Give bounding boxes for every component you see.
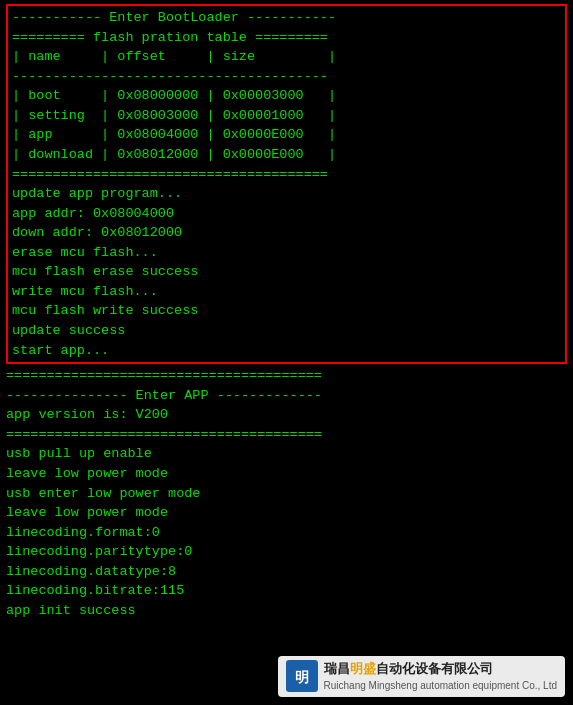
bootloader-line-9: ======================================= bbox=[12, 165, 561, 185]
app-line-4: linecoding.format:0 bbox=[6, 523, 567, 543]
bootloader-line-5: | boot | 0x08000000 | 0x00003000 | bbox=[12, 86, 561, 106]
company-sub: Ruichang Mingsheng automation equipment … bbox=[324, 679, 557, 694]
app-line-5: linecoding.paritytype:0 bbox=[6, 542, 567, 562]
bootloader-section: ----------- Enter BootLoader -----------… bbox=[6, 4, 567, 364]
after-bootloader-2: app version is: V200 bbox=[6, 405, 567, 425]
update-line-1: app addr: 0x08004000 bbox=[12, 204, 561, 224]
after-bootloader-3: ======================================= bbox=[6, 425, 567, 445]
bootloader-line-8: | download | 0x08012000 | 0x0000E000 | bbox=[12, 145, 561, 165]
update-line-2: down addr: 0x08012000 bbox=[12, 223, 561, 243]
watermark: 明 瑞昌明盛自动化设备有限公司 Ruichang Mingsheng autom… bbox=[278, 656, 565, 697]
update-line-7: update success bbox=[12, 321, 561, 341]
app-line-0: usb pull up enable bbox=[6, 444, 567, 464]
update-line-4: mcu flash erase success bbox=[12, 262, 561, 282]
update-line-8: start app... bbox=[12, 341, 561, 361]
app-line-6: linecoding.datatype:8 bbox=[6, 562, 567, 582]
update-line-6: mcu flash write success bbox=[12, 301, 561, 321]
bootloader-line-4: --------------------------------------- bbox=[12, 67, 561, 87]
update-line-5: write mcu flash... bbox=[12, 282, 561, 302]
bootloader-line-7: | app | 0x08004000 | 0x0000E000 | bbox=[12, 125, 561, 145]
app-line-8: app init success bbox=[6, 601, 567, 621]
bootloader-line-2: ========= flash pration table ========= bbox=[12, 28, 561, 48]
bootloader-line-3: | name | offset | size | bbox=[12, 47, 561, 67]
app-line-2: usb enter low power mode bbox=[6, 484, 567, 504]
update-line-3: erase mcu flash... bbox=[12, 243, 561, 263]
update-line-0: update app program... bbox=[12, 184, 561, 204]
watermark-text-block: 瑞昌明盛自动化设备有限公司 Ruichang Mingsheng automat… bbox=[324, 660, 557, 693]
after-bootloader-1: --------------- Enter APP ------------- bbox=[6, 386, 567, 406]
company-name: 瑞昌明盛自动化设备有限公司 bbox=[324, 660, 493, 679]
app-line-1: leave low power mode bbox=[6, 464, 567, 484]
company-highlight: 明盛 bbox=[350, 661, 376, 676]
bootloader-line-0: ----------- Enter BootLoader ----------- bbox=[12, 8, 561, 28]
app-line-7: linecoding.bitrate:115 bbox=[6, 581, 567, 601]
company-part1: 瑞昌 bbox=[324, 661, 350, 676]
watermark-logo-icon: 明 bbox=[286, 660, 318, 692]
bootloader-line-6: | setting | 0x08003000 | 0x00001000 | bbox=[12, 106, 561, 126]
after-bootloader-0: ======================================= bbox=[6, 366, 567, 386]
svg-text:明: 明 bbox=[295, 669, 309, 685]
app-line-3: leave low power mode bbox=[6, 503, 567, 523]
company-part2: 自动化设备有限公司 bbox=[376, 661, 493, 676]
terminal: ----------- Enter BootLoader -----------… bbox=[0, 0, 573, 705]
